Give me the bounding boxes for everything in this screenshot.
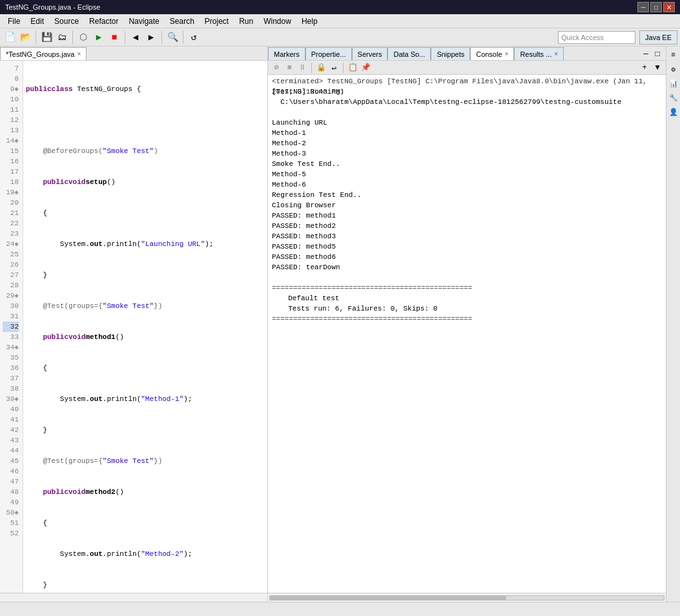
menu-search[interactable]: Search [165, 15, 200, 27]
code-line-19: @Test(groups={"Smoke Test"}) [26, 456, 265, 466]
right-tool-3[interactable]: 📊 [668, 77, 679, 89]
code-content[interactable]: public class TestNG_Groups { @BeforeGrou… [23, 61, 267, 593]
right-tool-2[interactable]: ⚙ [668, 63, 679, 75]
save-button[interactable]: 💾 [39, 30, 54, 45]
forward-button[interactable]: ▶ [144, 30, 158, 45]
code-line-13: } [26, 270, 265, 280]
tab-data-source[interactable]: Data So... [387, 47, 431, 60]
main-toolbar: 📄 📂 💾 🗂 ⬡ ▶ ■ ◀ ▶ 🔍 ↺ Quick Access Java … [0, 28, 680, 46]
line-num-40: 40 [3, 404, 19, 415]
menu-navigate[interactable]: Navigate [123, 15, 164, 27]
console-output-passed-teardown: PASSED: tearDown [272, 262, 662, 272]
line-num-41: 41 [3, 415, 19, 425]
tab-properties[interactable]: Propertie... [305, 47, 352, 60]
editor-tab-close[interactable]: × [77, 50, 81, 57]
editor-horizontal-scrollbar[interactable] [0, 593, 267, 602]
line-num-12: 12 [3, 115, 19, 125]
menu-help[interactable]: Help [296, 15, 323, 27]
tab-console-label: Console [476, 50, 502, 58]
console-output-equals2: ========================================… [272, 314, 662, 324]
console-scroll-lock-button[interactable]: 🔒 [315, 62, 327, 74]
editor-tab-bar: *TestNG_Groups.java × [0, 46, 267, 61]
line-num-23: 23 [3, 229, 19, 239]
run-button[interactable]: ▶ [92, 30, 106, 45]
line-num-11: 11 [3, 105, 19, 115]
maximize-console-button[interactable]: □ [652, 48, 663, 60]
line-num-52: 52 [3, 528, 19, 539]
title-bar-text: TestNG_Groups.java - Eclipse [5, 3, 100, 11]
perspective-button[interactable]: Java EE [639, 30, 677, 45]
tab-properties-label: Propertie... [311, 50, 346, 58]
line-num-13: 13 [3, 125, 19, 136]
console-horizontal-scrollbar[interactable] [268, 593, 666, 602]
console-copy-button[interactable]: 📋 [347, 62, 358, 74]
line-num-15: 15 [3, 146, 19, 156]
tab-markers[interactable]: Markers [268, 47, 305, 60]
console-tab-close[interactable]: × [505, 50, 509, 57]
console-new-button[interactable]: + [639, 62, 650, 74]
open-button[interactable]: 📂 [18, 30, 32, 45]
line-num-47: 47 [3, 477, 19, 487]
refresh-button[interactable]: ↺ [187, 30, 201, 45]
menu-source[interactable]: Source [49, 15, 84, 27]
maximize-button[interactable]: □ [650, 2, 662, 12]
close-button[interactable]: ✕ [663, 2, 675, 12]
code-line-23: } [26, 580, 265, 590]
line-num-39: 39◈ [3, 394, 19, 404]
menu-refactor[interactable]: Refactor [84, 15, 123, 27]
tab-results[interactable]: Results ... × [514, 47, 564, 60]
console-paste-button[interactable]: 📌 [360, 62, 371, 74]
console-stop-button[interactable]: ■ [283, 62, 295, 74]
perspective-label: Java EE [645, 34, 672, 41]
results-tab-close[interactable]: × [554, 50, 558, 57]
right-tool-1[interactable]: ≡ [668, 49, 679, 61]
console-tab-bar: Markers Propertie... Servers Data So... … [268, 46, 666, 61]
code-line-14: @Test(groups={"Smoke Test"}) [26, 301, 265, 311]
line-num-14: 14◈ [3, 136, 19, 146]
line-num-32: 32 [3, 322, 19, 332]
line-num-44: 44 [3, 446, 19, 456]
tab-servers[interactable]: Servers [352, 47, 388, 60]
quick-access-input[interactable]: Quick Access [558, 31, 635, 44]
debug-button[interactable]: ⬡ [76, 30, 90, 45]
console-word-wrap-button[interactable]: ↵ [328, 62, 340, 74]
console-pause-button[interactable]: ⏸ [296, 62, 308, 74]
line-num-30: 30 [3, 301, 19, 311]
menu-file[interactable]: File [3, 15, 25, 27]
menu-edit[interactable]: Edit [25, 15, 49, 27]
minimize-button[interactable]: ─ [637, 2, 649, 12]
line-num-21: 21 [3, 208, 19, 218]
tab-markers-label: Markers [274, 50, 300, 58]
menu-run[interactable]: Run [234, 15, 258, 27]
save-all-button[interactable]: 🗂 [55, 30, 69, 45]
menu-window[interactable]: Window [258, 15, 296, 27]
code-line-8 [26, 115, 265, 125]
console-terminated-header: <terminated> TestNG_Groups [TestNG] C:\P… [272, 76, 662, 87]
stop-button[interactable]: ■ [107, 30, 121, 45]
right-tool-5[interactable]: 👤 [668, 106, 679, 118]
line-num-31: 31 [3, 311, 19, 322]
console-clear-button[interactable]: ⊘ [271, 62, 282, 74]
tab-console[interactable]: Console × [470, 47, 514, 60]
right-tool-4[interactable]: 🔧 [668, 92, 679, 103]
menu-project[interactable]: Project [200, 15, 234, 27]
editor-tab-testng-groups[interactable]: *TestNG_Groups.java × [0, 47, 87, 60]
window-controls[interactable]: ─ □ ✕ [637, 2, 675, 12]
code-line-7: public class TestNG_Groups { [26, 84, 265, 94]
console-dropdown-button[interactable]: ▼ [652, 62, 663, 74]
back-button[interactable]: ◀ [129, 30, 143, 45]
main-area: *TestNG_Groups.java × 7 8 9◈ 10 11 12 13… [0, 46, 680, 602]
line-num-35: 35 [3, 353, 19, 363]
console-output-passed-method5: PASSED: method5 [272, 241, 662, 252]
minimize-console-button[interactable]: — [640, 48, 652, 60]
console-output-suite-path: C:\Users\bharatm\AppData\Local\Temp\test… [272, 97, 662, 107]
search-button[interactable]: 🔍 [165, 30, 180, 45]
status-text [4, 606, 6, 613]
tab-snippets[interactable]: Snippets [431, 47, 470, 60]
new-button[interactable]: 📄 [3, 30, 17, 45]
console-output-passed-method1: PASSED: method1 [272, 210, 662, 221]
editor-pane: *TestNG_Groups.java × 7 8 9◈ 10 11 12 13… [0, 46, 268, 602]
line-num-25: 25 [3, 249, 19, 260]
console-output-regression-end: Regression Test End.. [272, 190, 662, 200]
console-output-tests-run: Tests run: 6, Failures: 0, Skips: 0 [272, 303, 662, 314]
